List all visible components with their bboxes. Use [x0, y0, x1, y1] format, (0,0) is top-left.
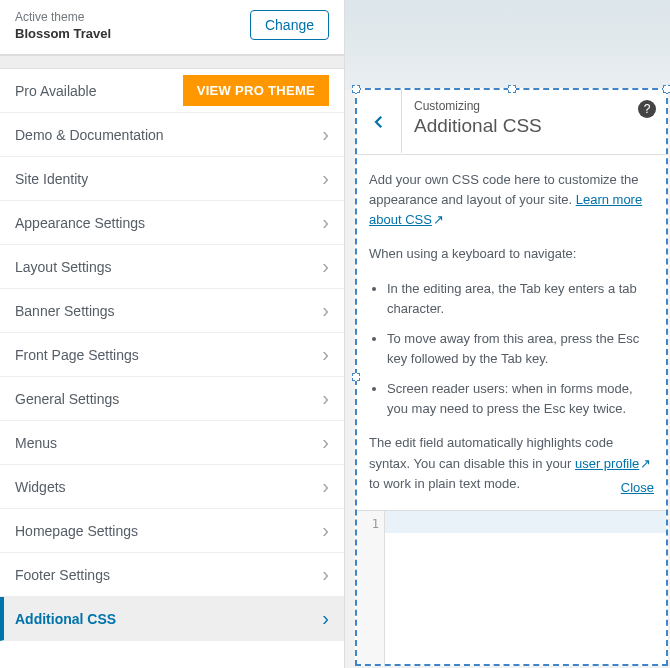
chevron-left-icon	[370, 113, 388, 131]
chevron-right-icon: ›	[322, 475, 329, 498]
chevron-right-icon: ›	[322, 387, 329, 410]
sidebar-item-label: Pro Available	[15, 83, 96, 99]
change-theme-button[interactable]: Change	[250, 10, 329, 40]
sidebar-item-label: Appearance Settings	[15, 215, 145, 231]
chevron-right-icon: ›	[322, 563, 329, 586]
user-profile-link[interactable]: user profile	[575, 456, 639, 471]
sidebar-item-label: Site Identity	[15, 171, 88, 187]
theme-header: Active theme Blossom Travel Change	[0, 0, 344, 55]
sidebar-item-banner-settings[interactable]: Banner Settings ›	[0, 289, 344, 333]
sidebar-item-menus[interactable]: Menus ›	[0, 421, 344, 465]
sidebar-item-label: Demo & Documentation	[15, 127, 164, 143]
sidebar-item-label: General Settings	[15, 391, 119, 407]
sidebar-item-label: Menus	[15, 435, 57, 451]
external-link-icon: ↗	[433, 210, 444, 230]
sidebar-item-label: Homepage Settings	[15, 523, 138, 539]
syntax-text: The edit field automatically highlights …	[369, 433, 654, 493]
theme-info: Active theme Blossom Travel	[15, 10, 111, 42]
detail-title: Additional CSS	[414, 115, 621, 137]
chevron-right-icon: ›	[322, 519, 329, 542]
sidebar-item-additional-css[interactable]: Additional CSS ›	[0, 597, 344, 641]
sidebar-item-homepage-settings[interactable]: Homepage Settings ›	[0, 509, 344, 553]
sidebar-item-site-identity[interactable]: Site Identity ›	[0, 157, 344, 201]
chevron-right-icon: ›	[322, 343, 329, 366]
detail-header: Customizing Additional CSS ?	[357, 90, 666, 155]
help-icon[interactable]: ?	[638, 100, 656, 118]
sidebar-item-label: Front Page Settings	[15, 347, 139, 363]
sidebar-item-layout-settings[interactable]: Layout Settings ›	[0, 245, 344, 289]
sidebar-item-label: Layout Settings	[15, 259, 112, 275]
external-link-icon: ↗	[640, 454, 651, 474]
theme-name: Blossom Travel	[15, 26, 111, 43]
list-item: To move away from this area, press the E…	[387, 329, 654, 369]
chevron-right-icon: ›	[322, 123, 329, 146]
list-item: In the editing area, the Tab key enters …	[387, 279, 654, 319]
sidebar-item-demo-documentation[interactable]: Demo & Documentation ›	[0, 113, 344, 157]
sidebar-item-general-settings[interactable]: General Settings ›	[0, 377, 344, 421]
sidebar-panel: Active theme Blossom Travel Change Pro A…	[0, 0, 345, 668]
css-textarea[interactable]	[385, 511, 666, 664]
css-editor: 1	[357, 510, 666, 664]
chevron-right-icon: ›	[322, 167, 329, 190]
sidebar-item-appearance-settings[interactable]: Appearance Settings ›	[0, 201, 344, 245]
chevron-right-icon: ›	[322, 255, 329, 278]
sidebar-item-front-page-settings[interactable]: Front Page Settings ›	[0, 333, 344, 377]
sidebar-item-label: Additional CSS	[15, 611, 116, 627]
customizing-label: Customizing	[414, 99, 621, 113]
sidebar-item-label: Banner Settings	[15, 303, 115, 319]
detail-body: Add your own CSS code here to customize …	[357, 155, 666, 510]
sidebar-item-pro-available[interactable]: Pro Available VIEW PRO THEME	[0, 69, 344, 113]
detail-header-text: Customizing Additional CSS ?	[402, 90, 666, 146]
keyboard-heading: When using a keyboard to navigate:	[369, 244, 654, 264]
back-button[interactable]	[357, 90, 402, 153]
line-gutter: 1	[357, 511, 385, 664]
keyboard-list: In the editing area, the Tab key enters …	[369, 279, 654, 420]
view-pro-theme-button[interactable]: VIEW PRO THEME	[183, 75, 329, 106]
chevron-right-icon: ›	[322, 211, 329, 234]
sidebar-item-footer-settings[interactable]: Footer Settings ›	[0, 553, 344, 597]
sidebar-item-label: Widgets	[15, 479, 66, 495]
syntax-text-part: to work in plain text mode.	[369, 476, 520, 491]
sidebar-item-label: Footer Settings	[15, 567, 110, 583]
detail-panel: Customizing Additional CSS ? Add your ow…	[355, 88, 668, 666]
section-divider	[0, 55, 344, 69]
selection-handle	[352, 85, 360, 93]
chevron-right-icon: ›	[322, 607, 329, 630]
chevron-right-icon: ›	[322, 299, 329, 322]
preview-area: Customizing Additional CSS ? Add your ow…	[345, 0, 670, 668]
intro-text: Add your own CSS code here to customize …	[369, 170, 654, 230]
chevron-right-icon: ›	[322, 431, 329, 454]
sidebar-item-widgets[interactable]: Widgets ›	[0, 465, 344, 509]
close-link[interactable]: Close	[621, 478, 654, 498]
list-item: Screen reader users: when in forms mode,…	[387, 379, 654, 419]
active-theme-label: Active theme	[15, 10, 111, 26]
